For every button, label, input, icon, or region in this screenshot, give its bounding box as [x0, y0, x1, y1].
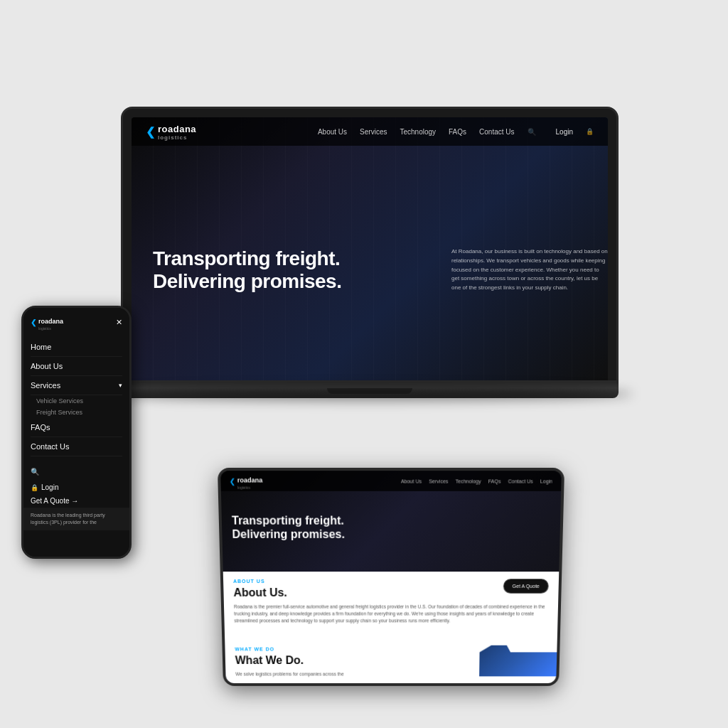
phone-menu-faqs[interactable]: FAQs [31, 418, 122, 437]
tablet-logo-brand: roadana [237, 476, 263, 483]
laptop-nav-login[interactable]: Login [556, 128, 573, 136]
laptop-hero-title-line2: Delivering promises. [153, 270, 430, 293]
tablet-logo: ❮ roadana logistics [229, 472, 262, 490]
phone-logo-sub: logistics [38, 326, 63, 331]
phone-menu-vehicle[interactable]: Vehicle Services [31, 395, 122, 407]
tablet-content-section: ABOUT US About Us. Roadana is the premie… [223, 572, 560, 683]
tablet-navbar: ❮ roadana logistics About Us Services Te… [220, 471, 562, 491]
laptop-device: ❮ roadana logistics About Us Services Te… [121, 107, 619, 398]
phone-lock-icon: 🔒 [31, 484, 38, 491]
laptop-navbar: ❮ roadana logistics About Us Services Te… [132, 117, 608, 146]
phone-cta-label: Get A Quote → [31, 497, 78, 505]
phone-menu-home[interactable]: Home [31, 338, 122, 357]
lock-icon: 🔒 [586, 128, 594, 135]
phone-menu-about-label: About Us [31, 362, 63, 370]
truck-shape [479, 642, 557, 677]
phone-logo-brand: roadana [38, 318, 63, 325]
phone-menu-services-label: Services [31, 381, 60, 390]
tablet-logo-text-block: roadana logistics [237, 472, 263, 490]
phone-topbar: ❮ roadana logistics ✕ [23, 308, 129, 333]
phone-menu-contact[interactable]: Contact Us [31, 437, 122, 456]
tablet-what-title: What We Do. [235, 655, 344, 667]
laptop-nav-faqs[interactable]: FAQs [449, 128, 466, 136]
tablet-about-text: Roadana is the premier full-service auto… [234, 604, 548, 624]
scene: ❮ roadana logistics About Us Services Te… [0, 0, 728, 728]
phone-logo-text-block: roadana logistics [38, 314, 63, 331]
laptop-logo-sub: logistics [158, 134, 196, 141]
phone-footer-text: Roadana is the leading third party logis… [23, 508, 129, 530]
laptop-logo-chevron-icon: ❮ [146, 125, 155, 139]
laptop-shadow [107, 387, 633, 401]
chevron-down-icon: ▾ [119, 382, 122, 389]
tablet-what-section: WHAT WE DO What We Do. We solve logistic… [235, 647, 343, 678]
laptop-screen: ❮ roadana logistics About Us Services Te… [132, 117, 608, 380]
laptop-hero-text: Transporting freight. Delivering promise… [153, 247, 430, 293]
phone-search-icon: 🔍 [31, 468, 39, 476]
phone-menu-faqs-label: FAQs [31, 423, 50, 432]
close-icon[interactable]: ✕ [116, 318, 122, 327]
tablet-truck-graphic [479, 642, 557, 677]
tablet-nav-contact[interactable]: Contact Us [508, 478, 533, 483]
tablet-about-section: ABOUT US About Us. Roadana is the premie… [233, 579, 549, 624]
tablet-nav-technology[interactable]: Technology [456, 478, 481, 483]
tablet-about-label: ABOUT US [233, 579, 549, 584]
laptop-logo-text-block: roadana logistics [158, 123, 196, 141]
tablet-nav-links: About Us Services Technology FAQs Contac… [401, 478, 553, 483]
laptop-hero-description: At Roadana, our business is built on tec… [451, 247, 608, 293]
phone-menu-about[interactable]: About Us [31, 357, 122, 376]
laptop-nav-services[interactable]: Services [360, 128, 387, 136]
tablet-nav-login[interactable]: Login [540, 478, 553, 483]
tablet-logo-chevron-icon: ❮ [229, 477, 235, 485]
tablet-cta-label: Get A Quote [513, 584, 540, 589]
laptop-logo: ❮ roadana logistics [146, 123, 196, 141]
tablet-nav-services[interactable]: Services [429, 478, 448, 483]
tablet-nav-about[interactable]: About Us [401, 478, 422, 483]
phone-menu-services[interactable]: Services ▾ [31, 376, 122, 395]
tablet-nav-faqs[interactable]: FAQs [488, 478, 501, 483]
phone-menu-freight-label: Freight Services [36, 409, 82, 416]
laptop-nav-technology[interactable]: Technology [400, 128, 436, 136]
laptop-nav-about[interactable]: About Us [318, 128, 347, 136]
phone-logo: ❮ roadana logistics [31, 314, 63, 331]
tablet-what-label: WHAT WE DO [235, 647, 343, 652]
tablet-cta-button[interactable]: Get A Quote [503, 579, 549, 594]
search-icon[interactable]: 🔍 [528, 128, 536, 136]
tablet-hero: Transporting freight. Delivering promise… [231, 491, 551, 563]
phone-login-label: Login [41, 483, 58, 491]
phone-screen: ❮ roadana logistics ✕ Home About Us Serv… [23, 308, 129, 557]
phone-cta-button[interactable]: Get A Quote → [23, 494, 129, 508]
phone-menu-freight[interactable]: Freight Services [31, 407, 122, 418]
laptop-screen-wrapper: ❮ roadana logistics About Us Services Te… [121, 107, 619, 382]
tablet-logo-sub: logistics [237, 486, 263, 490]
laptop-hero-title-line1: Transporting freight. [153, 247, 430, 270]
phone-search-row[interactable]: 🔍 [23, 461, 129, 481]
phone-login-row[interactable]: 🔒 Login [23, 481, 129, 494]
phone-menu-contact-label: Contact Us [31, 442, 69, 451]
tablet-hero-title: Transporting freight. Delivering promise… [232, 513, 345, 541]
phone-device: ❮ roadana logistics ✕ Home About Us Serv… [21, 306, 132, 559]
laptop-nav-links: About Us Services Technology FAQs Contac… [318, 128, 594, 136]
phone-menu: Home About Us Services ▾ Vehicle Service… [23, 333, 129, 461]
laptop-logo-brand: roadana [158, 124, 196, 134]
laptop-hero: Transporting freight. Delivering promise… [153, 160, 608, 380]
laptop-nav-contact[interactable]: Contact Us [479, 128, 514, 136]
tablet-about-title: About Us. [233, 587, 548, 599]
tablet-device: ❮ roadana logistics About Us Services Te… [218, 468, 564, 686]
laptop-hero-title: Transporting freight. Delivering promise… [153, 247, 430, 293]
phone-logo-chevron-icon: ❮ [31, 318, 36, 326]
tablet-what-text: We solve logistics problems for companie… [235, 671, 343, 678]
phone-menu-home-label: Home [31, 343, 51, 351]
tablet-hero-title-line1: Transporting freight. [232, 513, 345, 527]
tablet-screen: ❮ roadana logistics About Us Services Te… [220, 471, 562, 683]
tablet-hero-title-line2: Delivering promises. [232, 528, 345, 541]
phone-menu-vehicle-label: Vehicle Services [36, 397, 83, 405]
